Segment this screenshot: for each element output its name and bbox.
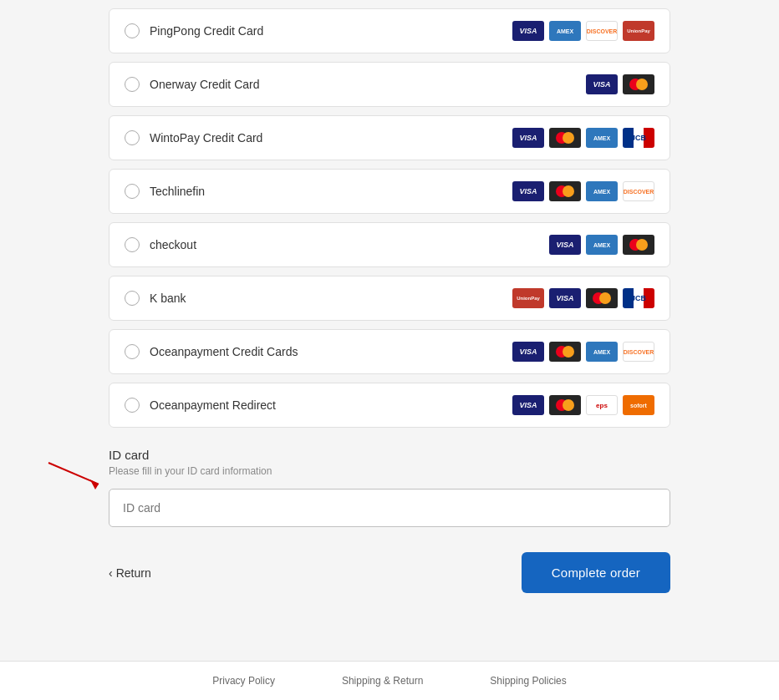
visa-icon: VISA: [512, 21, 544, 41]
page-wrapper: PingPong Credit Card VISA AMEX DISCOVER …: [0, 0, 779, 700]
payment-option-onerway[interactable]: Onerway Credit Card VISA: [109, 62, 670, 107]
radio-onerway[interactable]: [125, 77, 140, 92]
card-icons-ocean-redirect: VISA eps sofort: [512, 395, 654, 415]
id-card-subtitle: Please fill in your ID card information: [109, 465, 670, 477]
mastercard-icon-6: [549, 342, 581, 362]
chevron-left-icon: ‹: [109, 566, 113, 580]
mastercard-icon: [623, 74, 654, 94]
payment-item-left-onerway: Onerway Credit Card: [125, 77, 260, 92]
payment-name-pingpong: PingPong Credit Card: [150, 24, 263, 38]
id-card-section: ID card Please fill in your ID card info…: [109, 448, 670, 527]
payment-name-wintopay: WintoPay Credit Card: [150, 131, 262, 145]
payment-item-left-checkout: checkout: [125, 237, 196, 252]
radio-checkout[interactable]: [125, 237, 140, 252]
payment-item-left-ocean-cc: Oceanpayment Credit Cards: [125, 344, 298, 359]
complete-order-button[interactable]: Complete order: [522, 552, 670, 593]
payment-option-checkout[interactable]: checkout VISA AMEX: [109, 222, 670, 267]
footer-shipping-policies[interactable]: Shipping Policies: [490, 675, 566, 687]
mastercard-icon-4: [623, 235, 654, 255]
mastercard-icon-3: [549, 181, 581, 201]
payment-name-checkout: checkout: [150, 238, 196, 251]
discover-icon: DISCOVER: [586, 21, 618, 41]
payment-option-techlinefin[interactable]: Techlinefin VISA AMEX DISCOVER: [109, 169, 670, 214]
id-card-input[interactable]: [109, 489, 670, 527]
discover-icon-2: DISCOVER: [623, 181, 654, 201]
radio-ocean-redirect[interactable]: [125, 398, 140, 413]
visa-icon-2: VISA: [586, 74, 618, 94]
sofortpay-icon: sofort: [623, 395, 654, 415]
payment-item-left: PingPong Credit Card: [125, 23, 263, 38]
footer-privacy-policy[interactable]: Privacy Policy: [212, 675, 275, 687]
footer-shipping-return[interactable]: Shipping & Return: [342, 675, 423, 687]
payment-item-left-wintopay: WintoPay Credit Card: [125, 130, 262, 145]
amex-icon-3: AMEX: [586, 181, 618, 201]
payment-item-left-techlinefin: Techlinefin: [125, 184, 205, 199]
radio-techlinefin[interactable]: [125, 184, 140, 199]
main-content: PingPong Credit Card VISA AMEX DISCOVER …: [0, 0, 779, 661]
visa-icon-6: VISA: [549, 288, 581, 308]
return-label: Return: [116, 566, 151, 580]
radio-pingpong[interactable]: [125, 23, 140, 38]
return-button[interactable]: ‹ Return: [109, 566, 151, 580]
card-icons-kbank: UnionPay VISA JCB: [512, 288, 654, 308]
payment-name-techlinefin: Techlinefin: [150, 185, 205, 198]
eps-icon: eps: [586, 395, 618, 415]
payment-name-ocean-redirect: Oceanpayment Redirect: [150, 398, 276, 412]
payment-name-onerway: Onerway Credit Card: [150, 78, 260, 91]
amex-icon-4: AMEX: [586, 235, 618, 255]
visa-icon-5: VISA: [549, 235, 581, 255]
payment-option-wintopay[interactable]: WintoPay Credit Card VISA AMEX JCB: [109, 115, 670, 160]
jcb-icon-2: JCB: [623, 288, 654, 308]
card-icons-wintopay: VISA AMEX JCB: [512, 128, 654, 148]
arrow-section: ID card Please fill in your ID card info…: [109, 448, 670, 527]
radio-ocean-cc[interactable]: [125, 344, 140, 359]
visa-icon-3: VISA: [512, 128, 544, 148]
payment-name-ocean-cc: Oceanpayment Credit Cards: [150, 345, 298, 358]
mastercard-icon-2: [549, 128, 581, 148]
payment-option-oceanpayment-redirect[interactable]: Oceanpayment Redirect VISA eps sofort: [109, 383, 670, 428]
payment-option-kbank[interactable]: K bank UnionPay VISA JCB: [109, 276, 670, 321]
visa-icon-8: VISA: [512, 395, 544, 415]
amex-icon-5: AMEX: [586, 342, 618, 362]
radio-wintopay[interactable]: [125, 130, 140, 145]
payment-option-oceanpayment-cc[interactable]: Oceanpayment Credit Cards VISA AMEX DISC…: [109, 329, 670, 374]
discover-icon-3: DISCOVER: [623, 342, 654, 362]
card-icons-onerway: VISA: [586, 74, 654, 94]
jcb-icon: JCB: [623, 128, 654, 148]
visa-icon-7: VISA: [512, 342, 544, 362]
payment-name-kbank: K bank: [150, 292, 186, 305]
radio-kbank[interactable]: [125, 291, 140, 306]
mastercard-icon-7: [549, 395, 581, 415]
card-icons-checkout: VISA AMEX: [549, 235, 654, 255]
red-arrow-annotation: [33, 456, 117, 489]
id-card-title: ID card: [109, 448, 670, 462]
unionpay-icon-2: UnionPay: [512, 288, 544, 308]
payment-item-left-kbank: K bank: [125, 291, 186, 306]
unionpay-icon: UnionPay: [623, 21, 654, 41]
mastercard-icon-5: [586, 288, 618, 308]
visa-icon-4: VISA: [512, 181, 544, 201]
svg-marker-1: [90, 479, 99, 489]
footer: Privacy Policy Shipping & Return Shippin…: [0, 661, 779, 700]
payment-list: PingPong Credit Card VISA AMEX DISCOVER …: [109, 8, 670, 436]
amex-icon: AMEX: [549, 21, 581, 41]
card-icons-techlinefin: VISA AMEX DISCOVER: [512, 181, 654, 201]
amex-icon-2: AMEX: [586, 128, 618, 148]
card-icons-ocean-cc: VISA AMEX DISCOVER: [512, 342, 654, 362]
action-row: ‹ Return Complete order: [109, 552, 670, 610]
card-icons-pingpong: VISA AMEX DISCOVER UnionPay: [512, 21, 654, 41]
payment-item-left-ocean-redirect: Oceanpayment Redirect: [125, 398, 276, 413]
payment-option-pingpong[interactable]: PingPong Credit Card VISA AMEX DISCOVER …: [109, 8, 670, 53]
